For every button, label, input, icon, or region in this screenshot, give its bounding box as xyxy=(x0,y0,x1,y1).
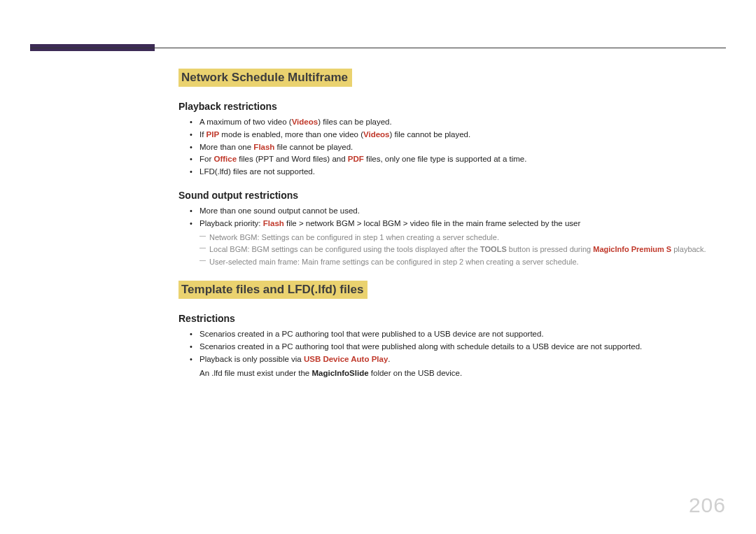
highlight: PIP xyxy=(206,130,220,139)
text: LFD(.lfd) files are not supported. xyxy=(200,167,315,176)
list-item: Local BGM: BGM settings can be configure… xyxy=(200,244,721,256)
page-content: Network Schedule Multiframe Playback res… xyxy=(178,69,721,393)
list-item: Network BGM: Settings can be configured … xyxy=(200,232,721,244)
highlight: MagicInfo Premium S xyxy=(593,245,671,253)
highlight: Flash xyxy=(253,143,274,151)
subheading-playback: Playback restrictions xyxy=(178,101,721,112)
section-network-schedule: Network Schedule Multiframe Playback res… xyxy=(178,69,721,268)
text: For xyxy=(200,155,214,163)
list-item: Playback priority: Flash file > network … xyxy=(190,218,721,269)
text: playback. xyxy=(671,245,706,253)
subheading-restrictions: Restrictions xyxy=(178,313,721,324)
highlight: PDF xyxy=(348,155,364,163)
playback-restrictions-list: A maximum of two video (Videos) files ca… xyxy=(190,116,721,178)
text: More than one xyxy=(200,143,253,151)
text: User-selected main frame: Main frame set… xyxy=(209,258,579,266)
list-item: If PIP mode is enabled, more than one vi… xyxy=(190,129,721,141)
list-item: User-selected main frame: Main frame set… xyxy=(200,256,721,269)
text: Network BGM: Settings can be configured … xyxy=(209,233,499,241)
text: Local BGM: BGM settings can be configure… xyxy=(209,245,480,253)
list-item: For Office files (PPT and Word files) an… xyxy=(190,153,721,166)
text: files (PPT and Word files) and xyxy=(237,155,348,163)
text: . xyxy=(388,355,390,363)
highlight: Videos xyxy=(363,130,390,139)
text: Scenarios created in a PC authoring tool… xyxy=(200,342,642,351)
sound-restrictions-list: More than one sound output cannot be use… xyxy=(190,205,721,268)
section-template-lfd: Template files and LFD(.lfd) files Restr… xyxy=(178,281,721,379)
list-item: A maximum of two video (Videos) files ca… xyxy=(190,116,721,129)
list-item: More than one sound output cannot be use… xyxy=(190,205,721,218)
text: file > network BGM > local BGM > video f… xyxy=(284,219,580,227)
text: An .lfd file must exist under the xyxy=(200,369,312,377)
list-item: Scenarios created in a PC authoring tool… xyxy=(190,328,721,341)
highlight: USB Device Auto Play xyxy=(304,355,388,363)
bold-text: MagicInfoSlide xyxy=(312,369,368,377)
sound-sub-list: Network BGM: Settings can be configured … xyxy=(200,232,721,269)
highlight: Videos xyxy=(292,118,318,126)
section-heading: Template files and LFD(.lfd) files xyxy=(178,281,368,299)
section-heading: Network Schedule Multiframe xyxy=(178,69,352,87)
note-line: An .lfd file must exist under the MagicI… xyxy=(200,367,721,380)
text: file cannot be played. xyxy=(274,143,353,151)
list-item: Scenarios created in a PC authoring tool… xyxy=(190,341,721,353)
text: More than one sound output cannot be use… xyxy=(200,206,360,215)
text: mode is enabled, more than one video ( xyxy=(219,130,363,139)
template-restrictions-list: Scenarios created in a PC authoring tool… xyxy=(190,328,721,365)
bold-text: TOOLS xyxy=(480,245,507,253)
text: If xyxy=(200,130,206,139)
text: Playback is only possible via xyxy=(200,355,304,363)
page-number: 206 xyxy=(689,493,726,517)
text: folder on the USB device. xyxy=(369,369,463,377)
subheading-sound: Sound output restrictions xyxy=(178,190,721,201)
highlight: Office xyxy=(214,155,237,163)
text: files, only one file type is supported a… xyxy=(364,155,527,163)
text: ) file cannot be played. xyxy=(390,130,471,139)
text: A maximum of two video ( xyxy=(200,118,292,126)
highlight: Flash xyxy=(263,219,284,227)
top-divider xyxy=(30,48,726,48)
text: ) files can be played. xyxy=(318,118,391,126)
list-item: Playback is only possible via USB Device… xyxy=(190,353,721,366)
list-item: LFD(.lfd) files are not supported. xyxy=(190,166,721,178)
list-item: More than one Flash file cannot be playe… xyxy=(190,141,721,154)
text: button is pressed during xyxy=(507,245,594,253)
text: Playback priority: xyxy=(200,219,263,227)
text: Scenarios created in a PC authoring tool… xyxy=(200,330,544,338)
